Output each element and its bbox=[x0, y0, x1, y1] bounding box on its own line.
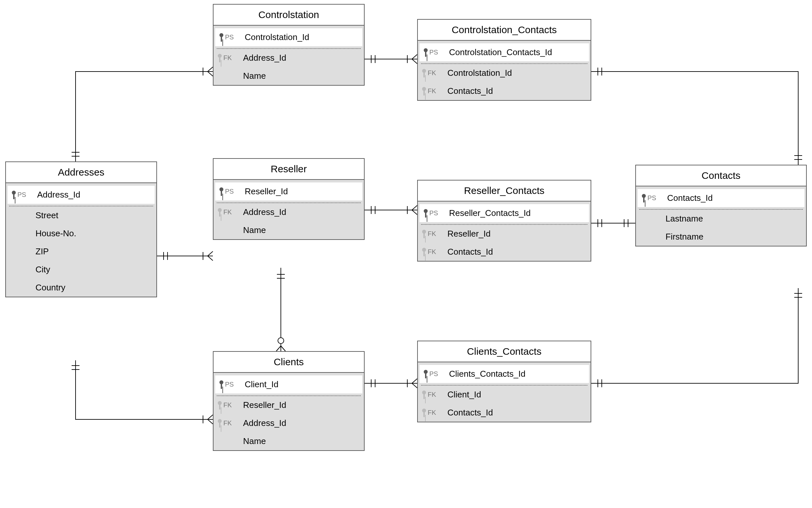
pk-row: PS Client_Id bbox=[214, 373, 364, 393]
field-row: FKAddress_Id bbox=[214, 203, 364, 221]
entity-title: Addresses bbox=[6, 162, 156, 183]
pk-row: PS Reseller_Contacts_Id bbox=[418, 202, 591, 222]
key-icon bbox=[217, 419, 223, 428]
entity-title: Reseller_Contacts bbox=[418, 180, 591, 202]
svg-line-26 bbox=[412, 54, 417, 59]
field-row: FKReseller_Id bbox=[214, 396, 364, 414]
field-row: Lastname bbox=[636, 210, 806, 228]
pk-field: Controlstation_Contacts_Id bbox=[446, 47, 552, 57]
pk-field: Clients_Contacts_Id bbox=[446, 369, 526, 379]
key-icon bbox=[421, 230, 427, 238]
pk-row: PS Reseller_Id bbox=[214, 180, 364, 201]
key-icon bbox=[219, 380, 224, 389]
svg-line-9 bbox=[207, 256, 213, 261]
svg-line-13 bbox=[207, 415, 213, 419]
entity-title: Controlstation bbox=[214, 5, 364, 26]
pk-row: PS Contacts_Id bbox=[636, 186, 806, 207]
field-row: FKReseller_Id bbox=[418, 225, 591, 243]
pk-field: Contacts_Id bbox=[664, 193, 713, 203]
key-icon bbox=[421, 87, 427, 95]
svg-line-8 bbox=[207, 251, 213, 256]
svg-line-38 bbox=[412, 379, 417, 383]
field-row: City bbox=[6, 261, 156, 279]
key-icon bbox=[421, 409, 427, 417]
entity-title: Controlstation_Contacts bbox=[418, 20, 591, 41]
key-icon bbox=[217, 54, 223, 62]
entity-title: Clients bbox=[214, 352, 364, 373]
key-icon bbox=[641, 194, 647, 203]
entity-controlstation-contacts[interactable]: Controlstation_Contacts PS Controlstatio… bbox=[417, 19, 591, 101]
field-row: Name bbox=[214, 67, 364, 85]
field-row: FKAddress_Id bbox=[214, 49, 364, 67]
entity-title: Clients_Contacts bbox=[418, 341, 591, 362]
entity-clients-contacts[interactable]: Clients_Contacts PS Clients_Contacts_Id … bbox=[417, 341, 591, 422]
svg-line-32 bbox=[412, 205, 417, 210]
svg-line-27 bbox=[412, 59, 417, 64]
entity-controlstation[interactable]: Controlstation PS Controlstation_Id FKAd… bbox=[213, 4, 364, 86]
svg-line-3 bbox=[207, 72, 213, 76]
key-icon bbox=[421, 248, 427, 256]
field-row: FKClient_Id bbox=[418, 386, 591, 404]
field-row: Country bbox=[6, 279, 156, 297]
pk-field: Address_Id bbox=[34, 190, 80, 200]
field-row: Name bbox=[214, 432, 364, 450]
field-row: FKContacts_Id bbox=[418, 82, 591, 100]
pk-field: Client_Id bbox=[241, 379, 278, 389]
pk-field: Reseller_Id bbox=[241, 186, 288, 197]
key-icon bbox=[423, 48, 429, 57]
key-icon bbox=[219, 33, 224, 42]
field-row: FKContacts_Id bbox=[418, 404, 591, 422]
entity-title: Contacts bbox=[636, 165, 806, 186]
svg-line-2 bbox=[207, 67, 213, 72]
key-icon bbox=[217, 401, 223, 410]
key-icon bbox=[217, 208, 223, 217]
field-row: FKControlstation_Id bbox=[418, 64, 591, 82]
field-row: FKAddress_Id bbox=[214, 414, 364, 432]
field-row: ZIP bbox=[6, 243, 156, 261]
entity-reseller[interactable]: Reseller PS Reseller_Id FKAddress_Id Nam… bbox=[213, 158, 364, 240]
svg-point-19 bbox=[278, 338, 284, 344]
svg-line-20 bbox=[276, 346, 281, 351]
pk-row: PS Clients_Contacts_Id bbox=[418, 362, 591, 383]
svg-line-39 bbox=[412, 383, 417, 388]
key-icon bbox=[423, 209, 429, 218]
pk-field: Reseller_Contacts_Id bbox=[446, 208, 531, 218]
entity-contacts[interactable]: Contacts PS Contacts_Id Lastname Firstna… bbox=[635, 165, 807, 247]
entity-addresses[interactable]: Addresses PS Address_Id Street House-No.… bbox=[5, 162, 157, 297]
field-row: FKContacts_Id bbox=[418, 243, 591, 261]
entity-clients[interactable]: Clients PS Client_Id FKReseller_Id FKAdd… bbox=[213, 351, 364, 451]
pk-row: PS Address_Id bbox=[6, 183, 156, 204]
entity-title: Reseller bbox=[214, 159, 364, 180]
pk-row: PS Controlstation_Id bbox=[214, 26, 364, 46]
field-row: Name bbox=[214, 221, 364, 239]
pk-field: Controlstation_Id bbox=[241, 32, 309, 42]
field-row: House-No. bbox=[6, 224, 156, 243]
svg-line-14 bbox=[207, 419, 213, 424]
field-row: Firstname bbox=[636, 228, 806, 246]
key-icon bbox=[219, 187, 224, 196]
key-icon bbox=[11, 190, 17, 199]
svg-line-21 bbox=[281, 346, 285, 351]
entity-reseller-contacts[interactable]: Reseller_Contacts PS Reseller_Contacts_I… bbox=[417, 180, 591, 261]
key-icon bbox=[421, 69, 427, 78]
pk-row: PS Controlstation_Contacts_Id bbox=[418, 41, 591, 61]
er-diagram-canvas: Addresses PS Address_Id Street House-No.… bbox=[0, 0, 812, 508]
key-icon bbox=[421, 390, 427, 399]
key-icon bbox=[423, 370, 429, 378]
field-row: Street bbox=[6, 206, 156, 224]
svg-line-33 bbox=[412, 210, 417, 215]
